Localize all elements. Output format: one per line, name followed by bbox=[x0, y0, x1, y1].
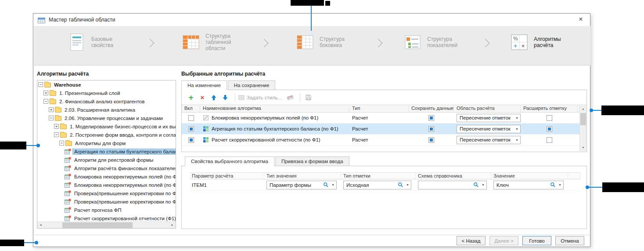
save-data-checkbox[interactable] bbox=[428, 115, 434, 121]
enabled-checkbox[interactable] bbox=[188, 137, 194, 143]
magnifier-icon[interactable] bbox=[550, 182, 556, 188]
tree-item[interactable]: Блокировка некорректируемых полей (по Ф2… bbox=[37, 181, 176, 189]
dictionary-schema-combo[interactable]: ▼ bbox=[418, 181, 487, 189]
magnifier-icon[interactable] bbox=[398, 182, 403, 188]
cancel-button[interactable]: Отмена bbox=[555, 236, 584, 245]
tree-item[interactable]: +1. Презентационный слой bbox=[37, 89, 176, 97]
algorithm-row[interactable]: Агрегация по статьям бухгалтерского бала… bbox=[182, 124, 586, 135]
finish-button[interactable]: Готово bbox=[522, 236, 551, 245]
chevron-down-icon[interactable]: ▼ bbox=[515, 138, 518, 142]
toolbar-separator bbox=[300, 93, 300, 102]
tree-item[interactable]: +1. Моделирование бизнес-процессов и их … bbox=[37, 122, 176, 131]
tree-expander-icon[interactable]: + bbox=[43, 91, 48, 95]
tree-item[interactable]: −Warehouse bbox=[37, 80, 176, 89]
chevron-down-icon[interactable]: ▼ bbox=[515, 127, 518, 131]
tree-horizontal-scrollbar[interactable]: ◄ ► bbox=[37, 222, 176, 228]
calc-area-combo[interactable]: Пересечение отметок▼ bbox=[457, 114, 521, 122]
set-style-button[interactable]: Задать стиль... bbox=[238, 95, 282, 101]
enabled-checkbox[interactable] bbox=[188, 126, 194, 132]
column-header[interactable]: Параметр расчёта bbox=[190, 173, 264, 179]
magnifier-icon[interactable] bbox=[473, 182, 479, 188]
column-header[interactable]: Область расчёта bbox=[454, 105, 521, 112]
chevron-down-icon[interactable]: ▼ bbox=[515, 116, 518, 120]
next-button[interactable]: Далее > bbox=[489, 236, 518, 245]
tab-on-change[interactable]: На изменение bbox=[181, 80, 227, 90]
delete-algorithm-button[interactable]: × bbox=[198, 93, 207, 102]
step-calculation-algorithms[interactable]: % + × Алгоритмы расчёта bbox=[509, 32, 576, 52]
add-algorithm-button[interactable]: + bbox=[186, 93, 196, 102]
grid-vertical-scrollbar[interactable]: ▲ ▼ bbox=[579, 105, 586, 151]
column-header[interactable]: Схема справочника bbox=[416, 173, 491, 179]
tree-item[interactable]: Проверка(превышение корректировки по Ф2) bbox=[37, 197, 176, 206]
column-header[interactable]: Тип bbox=[349, 105, 409, 112]
tree-item[interactable]: Расчет прогноза ФП bbox=[37, 206, 176, 214]
value-type-combo[interactable]: Параметр формы ▼ bbox=[266, 181, 337, 189]
scroll-up-button[interactable]: ▲ bbox=[580, 105, 586, 113]
chevron-down-icon[interactable]: ▼ bbox=[406, 183, 409, 186]
tree-item[interactable]: Алгоритм расчёта финансовых показателей bbox=[37, 164, 176, 172]
tree-expander-icon[interactable]: − bbox=[38, 82, 43, 87]
scrollbar-thumb[interactable] bbox=[580, 113, 586, 125]
tab-on-save[interactable]: На сохранение bbox=[228, 80, 276, 90]
scroll-left-button[interactable]: ◄ bbox=[37, 222, 44, 229]
callout-dot-tree bbox=[36, 144, 40, 147]
magnifier-icon[interactable] bbox=[323, 182, 329, 188]
calc-area-combo[interactable]: Пересечение отметок▼ bbox=[457, 125, 521, 133]
close-button[interactable]: × bbox=[576, 15, 586, 25]
calc-area-combo[interactable]: Пересечение отметок▼ bbox=[457, 136, 521, 144]
tree-item[interactable]: −Алгоритмы для форм bbox=[37, 139, 176, 147]
step-basic-properties[interactable]: Базовые свойства bbox=[67, 32, 133, 52]
tree-expander-icon[interactable]: − bbox=[59, 141, 64, 146]
clear-style-button[interactable] bbox=[285, 93, 295, 102]
properties-row[interactable]: ITEM1 Параметр формы ▼ Исход bbox=[190, 179, 580, 191]
column-header[interactable]: Значение bbox=[491, 173, 568, 179]
tree-item-label: 2. Финансовый анализ контрагентов bbox=[58, 99, 146, 104]
chevron-down-icon[interactable]: ▼ bbox=[482, 183, 485, 186]
tab-input-forms-binding[interactable]: Привязка к формам ввода bbox=[275, 156, 349, 166]
value-combo[interactable]: Ключ ▼ bbox=[493, 181, 564, 189]
save-button[interactable] bbox=[303, 93, 313, 102]
tab-algorithm-properties[interactable]: Свойства выбранного алгоритма bbox=[185, 156, 274, 166]
tree-item[interactable]: −2. Финансовый анализ контрагентов bbox=[37, 97, 176, 105]
column-header[interactable]: Тип отметки bbox=[341, 173, 416, 179]
tree-expander-icon[interactable]: + bbox=[54, 124, 59, 129]
tree-item[interactable]: −2. Построение форм ввода, контроля и со… bbox=[37, 131, 176, 139]
column-header[interactable]: Вкл bbox=[182, 105, 200, 112]
tree-item[interactable]: Агрегация по статьям бухгалтерского бала… bbox=[37, 147, 176, 156]
step-indicators-structure[interactable]: Структура показателей bbox=[403, 32, 469, 52]
tree-item[interactable]: Блокировка некорректируемых полей (по Ф1… bbox=[37, 172, 176, 181]
scrollbar-track[interactable] bbox=[44, 222, 169, 228]
algorithm-row[interactable]: Расчет скорректированной отчетности (по … bbox=[182, 135, 586, 146]
save-data-checkbox[interactable] bbox=[428, 137, 434, 143]
tree-expander-icon[interactable]: − bbox=[43, 99, 48, 104]
column-header[interactable]: Наименование алгоритма bbox=[200, 105, 349, 112]
chevron-down-icon[interactable]: ▼ bbox=[558, 183, 561, 186]
scrollbar-thumb[interactable] bbox=[62, 222, 133, 228]
chevron-down-icon[interactable]: ▼ bbox=[331, 183, 335, 186]
expand-mark-checkbox[interactable] bbox=[547, 115, 552, 121]
back-button[interactable]: < Назад bbox=[457, 236, 486, 245]
tree-item[interactable]: +2.03. Расширенная аналитика bbox=[37, 105, 176, 114]
move-up-button[interactable] bbox=[209, 93, 219, 102]
expand-mark-checkbox[interactable] bbox=[547, 137, 552, 143]
tree-expander-icon[interactable]: − bbox=[54, 132, 59, 137]
column-header[interactable]: Тип значения bbox=[264, 173, 341, 179]
step-table-area-structure[interactable]: Структура табличной области bbox=[181, 32, 248, 52]
tree-item[interactable]: Расчет скорректированной отчетности (Ф1) bbox=[37, 214, 176, 222]
move-down-button[interactable] bbox=[220, 93, 230, 102]
algorithm-row[interactable]: Блокировка некорректируемых полей (по Ф1… bbox=[182, 113, 586, 124]
tree-item[interactable]: Проверка(превышение корректировки по Ф1) bbox=[37, 189, 176, 197]
column-header[interactable]: Сохранять данные bbox=[409, 105, 454, 112]
scroll-right-button[interactable]: ► bbox=[169, 222, 176, 229]
scroll-down-button[interactable]: ▼ bbox=[580, 144, 586, 151]
mark-type-combo[interactable]: Исходная ▼ bbox=[343, 181, 411, 189]
tree-expander-icon[interactable]: − bbox=[49, 116, 54, 120]
column-header[interactable]: Расширять отметку bbox=[521, 105, 578, 112]
save-data-checkbox[interactable] bbox=[428, 126, 434, 132]
enabled-checkbox[interactable] bbox=[188, 115, 194, 121]
step-sidehead-structure[interactable]: Структура боковика bbox=[295, 32, 362, 52]
tree-expander-icon[interactable]: + bbox=[49, 107, 54, 112]
tree-item[interactable]: −2.06. Управление процессами и задачами bbox=[37, 114, 176, 122]
expand-mark-checkbox[interactable] bbox=[547, 126, 552, 132]
tree-item[interactable]: Алгоритм для реестровой формы bbox=[37, 156, 176, 164]
